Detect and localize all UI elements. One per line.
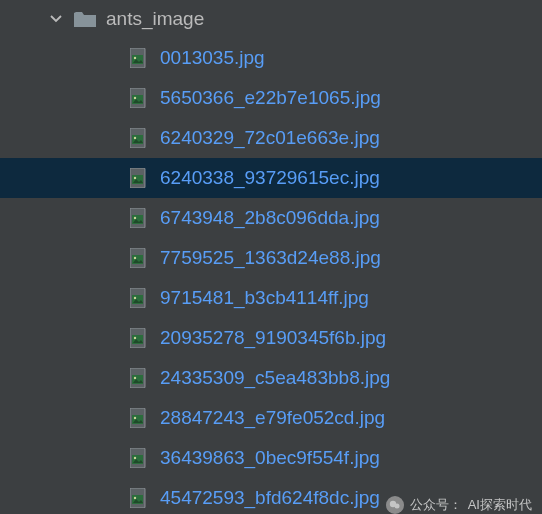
wechat-icon [386, 496, 404, 514]
svg-point-37 [394, 504, 399, 509]
folder-label: ants_image [106, 8, 204, 30]
file-label: 24335309_c5ea483bb8.jpg [160, 367, 390, 389]
file-row[interactable]: 36439863_0bec9f554f.jpg [0, 438, 542, 478]
image-file-icon [130, 248, 148, 268]
svg-point-17 [134, 257, 136, 259]
svg-point-20 [134, 297, 136, 299]
image-file-icon [130, 168, 148, 188]
file-tree: ants_image 0013035.jpg5650366_e22b7e1065… [0, 0, 542, 514]
svg-point-29 [134, 417, 136, 419]
svg-point-26 [134, 377, 136, 379]
chevron-down-icon[interactable] [48, 11, 64, 27]
file-row[interactable]: 24335309_c5ea483bb8.jpg [0, 358, 542, 398]
image-file-icon [130, 288, 148, 308]
image-file-icon [130, 88, 148, 108]
image-file-icon [130, 408, 148, 428]
svg-point-35 [134, 497, 136, 499]
file-label: 28847243_e79fe052cd.jpg [160, 407, 385, 429]
file-label: 0013035.jpg [160, 47, 265, 69]
watermark-text: AI探索时代 [468, 496, 532, 514]
svg-point-5 [134, 97, 136, 99]
svg-point-11 [134, 177, 136, 179]
file-row[interactable]: 9715481_b3cb4114ff.jpg [0, 278, 542, 318]
watermark: 公众号： AI探索时代 [386, 496, 532, 514]
file-label: 6743948_2b8c096dda.jpg [160, 207, 380, 229]
file-label: 6240338_93729615ec.jpg [160, 167, 380, 189]
file-label: 45472593_bfd624f8dc.jpg [160, 487, 380, 509]
folder-icon [74, 10, 96, 28]
file-row[interactable]: 6743948_2b8c096dda.jpg [0, 198, 542, 238]
file-label: 6240329_72c01e663e.jpg [160, 127, 380, 149]
file-row[interactable]: 28847243_e79fe052cd.jpg [0, 398, 542, 438]
image-file-icon [130, 328, 148, 348]
watermark-prefix: 公众号： [410, 496, 462, 514]
image-file-icon [130, 128, 148, 148]
svg-point-8 [134, 137, 136, 139]
file-label: 7759525_1363d24e88.jpg [160, 247, 381, 269]
svg-point-23 [134, 337, 136, 339]
file-label: 9715481_b3cb4114ff.jpg [160, 287, 369, 309]
image-file-icon [130, 488, 148, 508]
file-list: 0013035.jpg5650366_e22b7e1065.jpg6240329… [0, 38, 542, 514]
svg-point-2 [134, 57, 136, 59]
file-row[interactable]: 20935278_9190345f6b.jpg [0, 318, 542, 358]
folder-row-ants-image[interactable]: ants_image [0, 0, 542, 38]
file-row[interactable]: 6240329_72c01e663e.jpg [0, 118, 542, 158]
svg-point-14 [134, 217, 136, 219]
file-row[interactable]: 7759525_1363d24e88.jpg [0, 238, 542, 278]
image-file-icon [130, 48, 148, 68]
file-label: 36439863_0bec9f554f.jpg [160, 447, 380, 469]
svg-point-32 [134, 457, 136, 459]
image-file-icon [130, 208, 148, 228]
file-label: 5650366_e22b7e1065.jpg [160, 87, 381, 109]
image-file-icon [130, 448, 148, 468]
file-row[interactable]: 6240338_93729615ec.jpg [0, 158, 542, 198]
image-file-icon [130, 368, 148, 388]
file-row[interactable]: 0013035.jpg [0, 38, 542, 78]
file-label: 20935278_9190345f6b.jpg [160, 327, 386, 349]
file-row[interactable]: 5650366_e22b7e1065.jpg [0, 78, 542, 118]
